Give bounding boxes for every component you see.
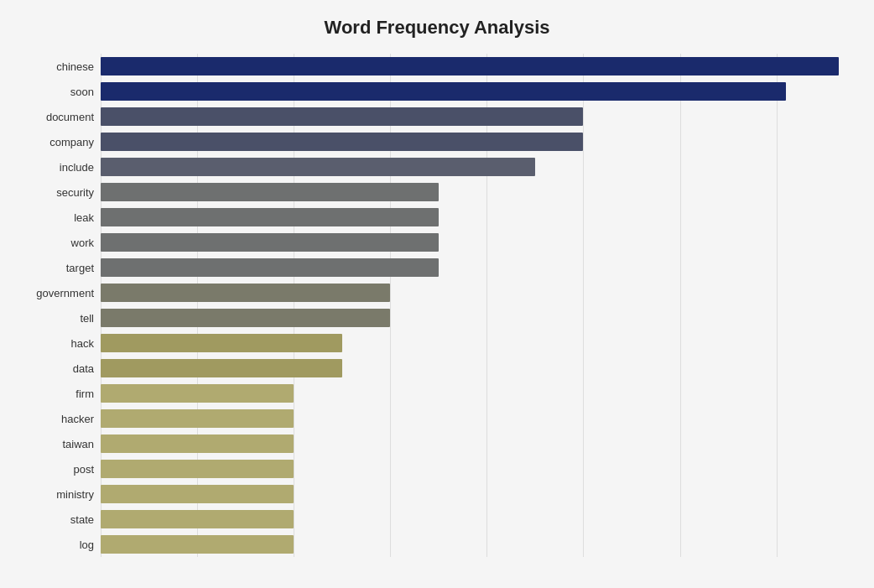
bar-row [101, 55, 849, 77]
bar [101, 57, 839, 75]
chart-title: Word Frequency Analysis [25, 17, 849, 39]
bar [101, 233, 439, 252]
y-label: company [49, 131, 94, 153]
y-label: firm [75, 382, 94, 404]
bar [101, 359, 342, 377]
y-label: hacker [61, 408, 94, 429]
y-label: hack [71, 332, 94, 354]
bar [101, 460, 294, 478]
bar-row [101, 533, 849, 555]
bar-row [101, 458, 849, 480]
bar [101, 334, 342, 352]
bar-row [101, 357, 849, 379]
bar [101, 434, 294, 453]
y-label: tell [80, 307, 94, 329]
bar [101, 485, 294, 503]
bar [101, 384, 294, 403]
y-label: government [36, 282, 94, 304]
y-label: state [70, 508, 94, 530]
bar [101, 82, 786, 101]
bar [101, 409, 294, 428]
bar [101, 133, 583, 151]
y-label: target [66, 257, 94, 278]
bar-row [101, 483, 849, 505]
bar [101, 208, 439, 226]
bar [101, 284, 390, 302]
y-label: data [73, 357, 94, 379]
bar-row [101, 181, 849, 203]
y-labels: chinesesoondocumentcompanyincludesecurit… [25, 54, 101, 557]
bar [101, 183, 439, 201]
bar-row [101, 156, 849, 178]
y-label: include [60, 156, 94, 178]
y-label: soon [70, 81, 94, 102]
chart-container: Word Frequency Analysis chinesesoondocum… [0, 0, 874, 588]
bar-row [101, 307, 849, 329]
bar-row [101, 232, 849, 253]
bar-row [101, 408, 849, 429]
bar [101, 258, 439, 277]
bar [101, 510, 294, 528]
y-label: security [56, 181, 94, 203]
bar-row [101, 206, 849, 228]
bar-row [101, 382, 849, 404]
y-label: ministry [56, 483, 94, 505]
y-label: leak [74, 206, 94, 228]
bar [101, 309, 390, 327]
chart-area: chinesesoondocumentcompanyincludesecurit… [25, 54, 849, 557]
y-label: work [71, 232, 94, 253]
y-label: document [46, 106, 94, 127]
y-label: chinese [56, 55, 94, 77]
bar-row [101, 508, 849, 530]
bar-row [101, 282, 849, 304]
y-label: post [73, 458, 94, 480]
bars-area: 02468101214 Frequency [101, 54, 849, 557]
bar-row [101, 332, 849, 354]
bar-row [101, 257, 849, 278]
bar-row [101, 131, 849, 153]
bar [101, 107, 583, 126]
bar-row [101, 81, 849, 102]
bar-row [101, 433, 849, 455]
y-label: log [80, 533, 94, 555]
bar [101, 535, 294, 554]
bar [101, 158, 535, 176]
y-label: taiwan [62, 433, 94, 455]
bar-row [101, 106, 849, 127]
